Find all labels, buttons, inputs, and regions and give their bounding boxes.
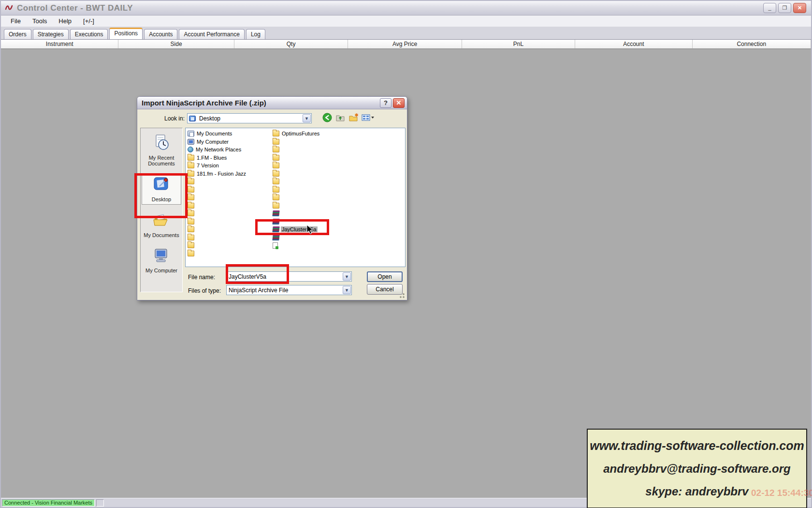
tab-strategies[interactable]: Strategies (33, 29, 69, 39)
files-of-type-value: NinjaScript Archive File (227, 287, 342, 294)
file-item-my-documents[interactable]: My Documents (188, 130, 271, 137)
watermark-box: www.trading-software-collection.com andr… (587, 429, 807, 508)
column-header-qty[interactable]: Qty (234, 40, 348, 48)
status-cell-empty (96, 499, 104, 507)
tab-orders[interactable]: Orders (4, 29, 31, 39)
folder-icon (188, 163, 194, 168)
file-item[interactable] (188, 234, 271, 241)
menu-item-file[interactable]: File (6, 16, 26, 26)
files-of-type-label: Files of type: (188, 287, 221, 294)
file-item[interactable] (273, 146, 403, 153)
file-list[interactable]: My DocumentsMy ComputerMy Network Places… (185, 128, 406, 267)
file-item[interactable] (188, 202, 271, 209)
file-item[interactable] (188, 225, 271, 233)
file-name-dropdown-arrow[interactable]: ▼ (343, 272, 351, 281)
cancel-button[interactable]: Cancel (367, 284, 403, 295)
dialog-help-button[interactable]: ? (380, 98, 392, 108)
file-item-my-computer[interactable]: My Computer (188, 138, 271, 146)
file-item[interactable] (188, 250, 271, 257)
open-button[interactable]: Open (367, 271, 403, 282)
file-item[interactable] (273, 170, 403, 178)
menu-item-[interactable]: [+/-] (78, 16, 99, 26)
file-item-7-version[interactable]: 7 Version (188, 162, 271, 169)
file-item-jayclusterv5a[interactable]: JayClusterV5a (273, 225, 403, 233)
tab-account-performance[interactable]: Account Performance (179, 29, 244, 39)
file-item[interactable] (273, 234, 403, 241)
column-header-connection[interactable]: Connection (693, 40, 811, 48)
place-my-documents[interactable]: My Documents (141, 209, 182, 240)
folder-icon (273, 194, 279, 200)
menu-item-help[interactable]: Help (54, 16, 76, 26)
files-of-type-combobox[interactable]: NinjaScript Archive File ▼ (226, 285, 352, 295)
file-item[interactable] (273, 162, 403, 169)
file-item-my-network-places[interactable]: My Network Places (188, 146, 271, 153)
folder-icon (188, 235, 194, 240)
look-in-label: Look in: (164, 115, 185, 122)
files-of-type-dropdown-arrow[interactable]: ▼ (343, 286, 351, 294)
menu-item-tools[interactable]: Tools (28, 16, 52, 26)
file-item[interactable] (273, 194, 403, 201)
file-item[interactable] (273, 202, 403, 209)
place-my-recent-documents[interactable]: My Recent Documents (141, 132, 182, 168)
file-item[interactable] (273, 241, 403, 249)
resize-grip[interactable] (399, 293, 405, 299)
file-item[interactable] (188, 209, 271, 217)
archive-icon (272, 219, 279, 224)
close-button[interactable]: ✕ (793, 3, 806, 13)
back-icon[interactable] (322, 113, 332, 122)
column-header-account[interactable]: Account (575, 40, 692, 48)
positions-table-header: InstrumentSideQtyAvg PricePnLAccountConn… (1, 39, 811, 49)
place-desktop[interactable]: Desktop (142, 173, 181, 205)
look-in-combobox[interactable]: Desktop ▼ (187, 113, 312, 123)
folder-icon (273, 203, 279, 209)
new-folder-icon[interactable]: ✱ (348, 113, 358, 122)
tab-executions[interactable]: Executions (70, 29, 108, 39)
desktop-icon (189, 116, 196, 121)
file-item[interactable] (273, 178, 403, 185)
up-one-level-icon[interactable] (335, 113, 345, 122)
file-item-1-fm---blues[interactable]: 1.FM - Blues (188, 154, 271, 162)
file-item[interactable] (273, 218, 403, 225)
watermark-line: skype: andreybbrv (645, 485, 748, 498)
tab-positions[interactable]: Positions (109, 28, 143, 39)
computer-icon (188, 139, 194, 145)
file-name-value[interactable]: JayClusterV5a (227, 273, 342, 280)
file-item[interactable] (188, 218, 271, 225)
file-name-text: 181.fm - Fusion Jazz (196, 171, 247, 177)
file-item[interactable] (273, 138, 403, 146)
archive-icon (272, 226, 279, 232)
watermark-line: andreybbrv@trading-software.org (603, 462, 790, 476)
file-name-text: My Network Places (195, 147, 242, 152)
place-my-computer[interactable]: My Computer (141, 245, 182, 275)
file-item-optimusfutures[interactable]: OptimusFutures (273, 130, 403, 137)
file-item[interactable] (273, 154, 403, 162)
views-icon[interactable] (362, 113, 375, 122)
restore-button[interactable]: ❐ (778, 3, 791, 13)
column-header-avg-price[interactable]: Avg Price (348, 40, 462, 48)
folder-icon (188, 242, 194, 248)
tab-log[interactable]: Log (246, 29, 265, 39)
file-name-combobox[interactable]: JayClusterV5a ▼ (226, 271, 352, 282)
places-sidebar: My Recent DocumentsDesktopMy DocumentsMy… (140, 128, 183, 292)
column-header-pnl[interactable]: PnL (462, 40, 575, 48)
file-item[interactable] (273, 186, 403, 194)
dialog-title: Import NinjaScript Archive File (.zip) (142, 99, 378, 107)
archive-icon (272, 210, 279, 216)
dialog-titlebar[interactable]: Import NinjaScript Archive File (.zip) ?… (137, 97, 407, 109)
file-item[interactable] (188, 178, 271, 185)
dialog-close-button[interactable]: ✕ (393, 98, 405, 108)
file-item[interactable] (188, 241, 271, 249)
file-item[interactable] (273, 209, 403, 217)
column-header-side[interactable]: Side (118, 40, 234, 48)
look-in-dropdown-arrow[interactable]: ▼ (303, 114, 311, 122)
file-item[interactable] (188, 194, 271, 201)
column-header-instrument[interactable]: Instrument (1, 40, 118, 48)
place-label: My Recent Documents (141, 155, 182, 166)
tab-accounts[interactable]: Accounts (144, 29, 177, 39)
file-item-181-fm---fusion-jazz[interactable]: 181.fm - Fusion Jazz (188, 170, 271, 178)
minimize-button[interactable]: _ (763, 3, 776, 13)
file-item[interactable] (188, 186, 271, 194)
folder-icon (188, 210, 194, 216)
folder-icon (188, 219, 194, 224)
place-label: My Documents (144, 232, 179, 238)
